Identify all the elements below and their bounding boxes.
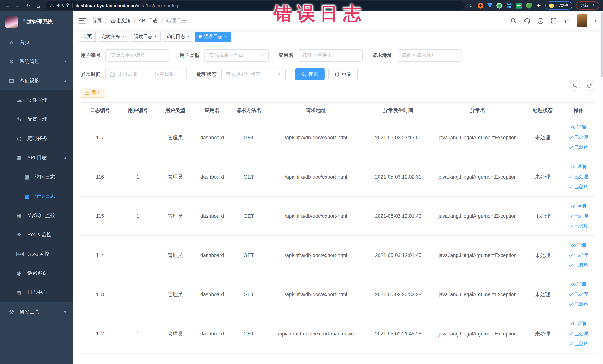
search-button[interactable]: 搜索 (295, 68, 325, 80)
tab-定时任务[interactable]: 定时任务× (98, 32, 128, 42)
detail-link[interactable]: 详细 (571, 203, 586, 209)
mark-processed-link[interactable]: 已处理 (569, 330, 588, 337)
refresh-table-button[interactable] (584, 80, 594, 91)
mark-processed-link[interactable]: 已处理 (569, 213, 588, 219)
sidebar-item-access-log[interactable]: ▨访问日志 (0, 167, 73, 187)
sidebar-item-timer[interactable]: ◷定时任务 (0, 129, 73, 148)
log-center-icon: ▧ (16, 289, 22, 295)
paused-badge[interactable]: 已暂停 (545, 1, 572, 10)
cell-status: 未处理 (523, 236, 562, 275)
eye-icon (571, 321, 576, 326)
filter-user-id: 用户编号 请输入用户编号 (81, 49, 170, 61)
reload-icon[interactable]: ↻ (25, 2, 32, 9)
cell-app_name: dashboard (194, 314, 231, 353)
user-avatar[interactable] (577, 14, 587, 27)
close-icon[interactable]: × (154, 34, 157, 39)
app-name-input[interactable]: 请输入应用名 (298, 49, 363, 61)
cell-exception: java.lang.IllegalArgumentException (432, 314, 523, 353)
extension-shield-icon[interactable] (487, 3, 493, 8)
screen: ← → ↻ ⌂ ⚠ 不安全 dashboard.yudao.iocoder.cn… (0, 0, 603, 364)
address-bar[interactable]: ⚠ 不安全 dashboard.yudao.iocoder.cn/infra/l… (46, 1, 464, 10)
update-button[interactable]: 更新 ⋮ (576, 1, 599, 10)
table-row: 1131管理员dashboardGET/api/infra/db-doc/exp… (81, 275, 595, 314)
status-select[interactable]: 请选择处理状态▼ (221, 68, 286, 80)
hide-search-button[interactable] (569, 80, 580, 91)
breadcrumb-item[interactable]: 基础设施 (110, 17, 130, 24)
sidebar-item-log-center[interactable]: ▧日志中心 (0, 283, 73, 302)
logo-row[interactable]: 芋道管理系统 (0, 11, 73, 33)
reset-button[interactable]: 重置 (328, 68, 358, 80)
scrollbar-thumb[interactable] (601, 12, 603, 77)
cell-exception: java.lang.IllegalArgumentException (432, 197, 523, 235)
mark-ignored-link[interactable]: 已忽略 (569, 144, 588, 151)
bookmark-star-icon[interactable]: ☆ (468, 3, 474, 9)
github-icon[interactable] (523, 17, 530, 24)
detail-link[interactable]: 详细 (571, 164, 586, 170)
close-icon[interactable]: × (224, 34, 227, 39)
tab-首页[interactable]: 首页 (79, 32, 96, 42)
extension-leaf-icon[interactable] (526, 3, 532, 9)
sidebar-item-edit[interactable]: ✎配置管理 (0, 110, 73, 129)
user-id-input[interactable]: 请输入用户编号 (105, 49, 170, 61)
breadcrumb-item[interactable]: API 日志 (139, 17, 158, 24)
sidebar-item-mysql[interactable]: ▦MySQL 监控 (0, 206, 73, 225)
extension-orange-icon[interactable] (478, 3, 483, 9)
extensions-puzzle-icon[interactable]: ✚ (536, 3, 542, 9)
sidebar-toggle-icon[interactable] (79, 18, 86, 23)
cell-exception: java.lang.IllegalArgumentException (432, 157, 523, 196)
close-icon[interactable]: × (122, 34, 124, 39)
timer-icon: ◷ (16, 135, 22, 141)
page-url[interactable]: dashboard.yudao.iocoder.cn/infra/log/api… (75, 3, 178, 8)
font-size-icon[interactable]: TT (564, 17, 571, 24)
detail-link[interactable]: 详细 (571, 320, 586, 327)
sidebar-item-gear[interactable]: ⚙系统管理▼ (0, 52, 73, 71)
req-url-input[interactable]: 请输入请求地址 (397, 49, 462, 61)
page-scrollbar[interactable] (600, 11, 603, 364)
fullscreen-icon[interactable] (550, 17, 557, 24)
chevron-down-icon: ▼ (278, 72, 281, 76)
tab-访问日志[interactable]: 访问日志× (162, 32, 193, 42)
sidebar-item-home[interactable]: ⌂首页 (0, 33, 73, 52)
mark-ignored-link[interactable]: 已忽略 (569, 184, 588, 190)
mark-ignored-link[interactable]: 已忽略 (569, 262, 588, 269)
sidebar-item-error-log[interactable]: ▨错误日志 (0, 187, 73, 206)
trace-eye-icon: ◉ (16, 270, 22, 276)
extension-grid-icon[interactable] (506, 3, 512, 9)
close-icon[interactable]: × (187, 34, 189, 39)
column-header: 请求地址 (267, 103, 365, 118)
breadcrumb-item[interactable]: 首页 (92, 17, 102, 24)
user-type-select[interactable]: 请选择用户类型▼ (204, 49, 269, 61)
not-secure-label[interactable]: 不安全 (57, 3, 70, 9)
help-icon[interactable]: ? (537, 17, 544, 24)
sidebar-item-cloud[interactable]: ☁文件管理 (0, 91, 73, 110)
sidebar-item-monitor[interactable]: ▤基础设施▲ (0, 71, 73, 91)
extension-green-icon[interactable] (496, 3, 502, 9)
mark-processed-link[interactable]: 已处理 (569, 291, 588, 298)
detail-link[interactable]: 详细 (571, 242, 586, 248)
home-icon[interactable]: ⌂ (35, 2, 42, 9)
back-icon[interactable]: ← (4, 2, 11, 9)
sidebar-item-trace-eye[interactable]: ◉链路追踪 (0, 263, 73, 283)
mark-ignored-link[interactable]: 已忽略 (569, 301, 588, 308)
export-button[interactable]: 导出 (81, 88, 105, 98)
mark-processed-link[interactable]: 已处理 (569, 174, 588, 180)
sidebar-item-api-log[interactable]: ▨API 日志▲ (0, 148, 73, 167)
date-range-picker[interactable]: 开始日期 - 结束日期 (105, 68, 187, 80)
forward-icon[interactable]: → (14, 2, 21, 9)
tab-调度日志[interactable]: 调度日志× (130, 32, 161, 42)
sidebar-item-java[interactable]: ⌨Java 监控 (0, 244, 73, 263)
tab-错误日志[interactable]: 错误日志× (195, 32, 231, 42)
detail-link[interactable]: 详细 (571, 281, 586, 288)
breadcrumb-separator: / (162, 18, 163, 23)
mark-ignored-link[interactable]: 已忽略 (569, 223, 588, 229)
mark-processed-link[interactable]: 已处理 (569, 252, 588, 258)
mark-processed-link[interactable]: 已处理 (569, 134, 588, 141)
mark-ignored-link[interactable]: 已忽略 (569, 341, 588, 347)
detail-link[interactable]: 详细 (571, 124, 586, 131)
extension-on-badge[interactable]: on (516, 3, 522, 9)
browser-menu-dots-icon[interactable]: ⋮ (591, 3, 595, 8)
sidebar-item-tools[interactable]: ⚒研发工具▼ (0, 302, 73, 321)
search-icon[interactable] (510, 17, 517, 24)
user-menu-caret-icon[interactable]: ▼ (594, 19, 597, 23)
sidebar-item-redis[interactable]: ❖Redis 监控 (0, 225, 73, 244)
